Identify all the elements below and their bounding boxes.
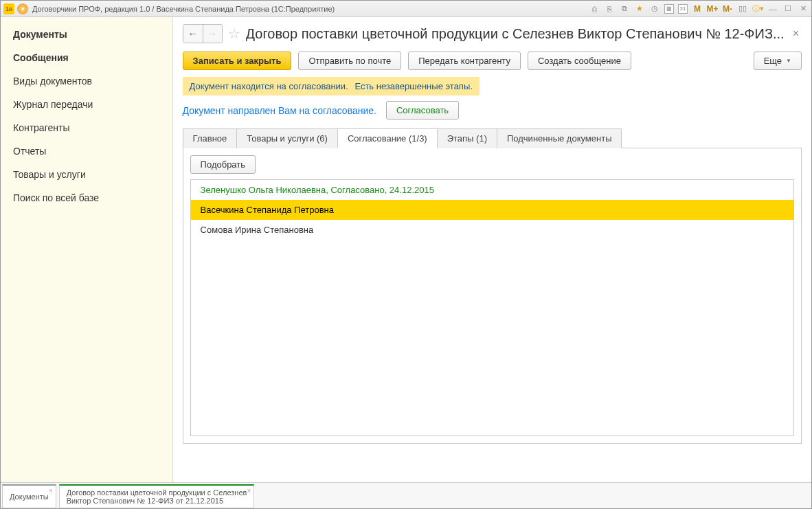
list-item[interactable]: Сомова Ирина Степановна xyxy=(191,220,793,240)
panels-icon[interactable]: ▯▯ xyxy=(737,3,748,14)
sidebar-item-doc-types[interactable]: Виды документов xyxy=(1,69,172,93)
calculator-icon[interactable]: ▦ xyxy=(664,4,674,14)
copy-icon[interactable]: ⧉ xyxy=(619,3,630,14)
maximize-icon[interactable]: ☐ xyxy=(782,3,793,14)
back-button[interactable]: ← xyxy=(183,25,203,43)
pick-button[interactable]: Подобрать xyxy=(190,155,256,174)
send-mail-button[interactable]: Отправить по почте xyxy=(298,52,401,70)
tab-stages[interactable]: Этапы (1) xyxy=(437,128,497,148)
list-item[interactable]: Зеленушко Ольга Николаевна, Согласовано,… xyxy=(191,180,793,200)
sidebar-item-transfer-log[interactable]: Журнал передачи xyxy=(1,93,172,116)
system-icons: ⎙ ⎘ ⧉ ★ ◷ ▦ 31 M M+ M- ▯▯ ⓘ▾ — ☐ ✕ xyxy=(589,3,809,14)
sidebar-item-counterparties[interactable]: Контрагенты xyxy=(1,116,172,139)
status-banner: Документ находится на согласовании. Есть… xyxy=(183,77,480,95)
more-button[interactable]: Еще xyxy=(754,52,802,70)
app-icon: 1e xyxy=(3,3,14,14)
list-item[interactable]: Васечкина Степанида Петровна xyxy=(191,200,793,220)
approval-row: Документ направлен Вам на согласование. … xyxy=(183,101,802,120)
bottom-tab-contract[interactable]: Договор поставки цветочной продукции с С… xyxy=(59,484,255,508)
approval-message: Документ направлен Вам на согласование. xyxy=(183,105,376,116)
close-document-icon[interactable]: × xyxy=(790,27,802,40)
sidebar-item-global-search[interactable]: Поиск по всей базе xyxy=(1,186,172,210)
sidebar: Документы Сообщения Виды документов Журн… xyxy=(1,17,173,482)
send-counterparty-button[interactable]: Передать контрагенту xyxy=(408,52,521,70)
bottom-tab-label: Документы xyxy=(10,493,49,501)
m-button[interactable]: M xyxy=(692,3,703,14)
bottom-tab-line2: Виктор Степанович № 12-ФИЗ от 21.12.2015 xyxy=(67,497,247,505)
tab-toolbar: Подобрать xyxy=(190,155,794,174)
document-toolbar: Записать и закрыть Отправить по почте Пе… xyxy=(183,52,802,70)
info-icon[interactable]: ⓘ▾ xyxy=(752,3,763,14)
mplus-button[interactable]: M+ xyxy=(707,3,718,14)
tab-content: Подобрать Зеленушко Ольга Николаевна, Со… xyxy=(183,148,802,444)
minimize-icon[interactable]: — xyxy=(767,3,778,14)
bottom-tab-documents[interactable]: Документы × xyxy=(2,484,56,508)
create-message-button[interactable]: Создать сообщение xyxy=(528,52,631,70)
save-close-button[interactable]: Записать и закрыть xyxy=(183,52,292,70)
favorite-icon[interactable]: ★ xyxy=(634,3,645,14)
window-title: Договорчики ПРОФ, редакция 1.0 / Васечки… xyxy=(32,5,589,13)
tab-main[interactable]: Главное xyxy=(183,128,238,148)
close-icon[interactable]: × xyxy=(247,487,251,495)
close-window-icon[interactable]: ✕ xyxy=(798,3,809,14)
approve-button[interactable]: Согласовать xyxy=(386,101,459,120)
history-icon[interactable]: ◷ xyxy=(649,3,660,14)
tab-subdocs[interactable]: Подчиненные документы xyxy=(497,128,622,148)
document-title: Договор поставки цветочной продукции с С… xyxy=(246,26,785,42)
nav-buttons: ← → xyxy=(183,24,223,43)
star-icon[interactable]: ☆ xyxy=(228,25,240,42)
mminus-button[interactable]: M- xyxy=(722,3,733,14)
tab-approval[interactable]: Согласование (1/3) xyxy=(337,128,438,148)
sidebar-item-messages[interactable]: Сообщения xyxy=(1,46,172,69)
status-text-1: Документ находится на согласовании. xyxy=(190,81,348,91)
approval-list[interactable]: Зеленушко Ольга Николаевна, Согласовано,… xyxy=(190,179,794,436)
titlebar: 1e ▾ Договорчики ПРОФ, редакция 1.0 / Ва… xyxy=(1,1,811,17)
sidebar-item-reports[interactable]: Отчеты xyxy=(1,139,172,163)
status-text-2: Есть незавершенные этапы. xyxy=(354,81,472,91)
app-menu-dropdown[interactable]: ▾ xyxy=(17,3,28,14)
bottom-tabs: Документы × Договор поставки цветочной п… xyxy=(1,482,811,508)
tab-goods[interactable]: Товары и услуги (6) xyxy=(236,128,338,148)
tabs: Главное Товары и услуги (6) Согласование… xyxy=(183,128,802,148)
close-icon[interactable]: × xyxy=(49,487,53,495)
more-label: Еще xyxy=(764,56,782,66)
print-icon[interactable]: ⎙ xyxy=(589,3,600,14)
sidebar-item-goods[interactable]: Товары и услуги xyxy=(1,163,172,186)
sidebar-item-documents[interactable]: Документы xyxy=(1,23,172,46)
calendar-icon[interactable]: 31 xyxy=(678,4,688,14)
forward-button[interactable]: → xyxy=(203,25,222,43)
bottom-tab-line1: Договор поставки цветочной продукции с С… xyxy=(67,488,247,497)
link-icon[interactable]: ⎘ xyxy=(604,3,615,14)
content-area: ← → ☆ Договор поставки цветочной продукц… xyxy=(173,17,811,482)
